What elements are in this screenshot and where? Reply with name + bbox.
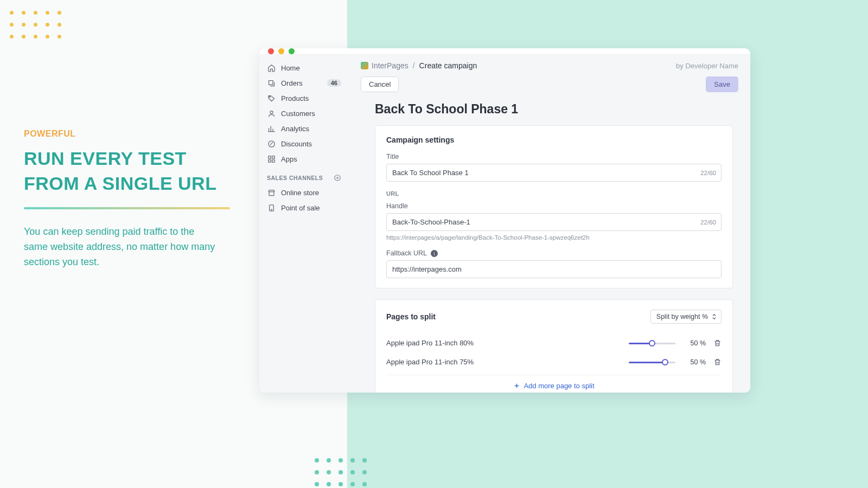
products-icon xyxy=(267,94,276,102)
customers-icon xyxy=(267,109,276,118)
minimize-icon[interactable] xyxy=(278,48,284,54)
close-icon[interactable] xyxy=(268,48,274,54)
window-chrome xyxy=(259,48,750,54)
split-page-name: Apple ipad Pro 11-inch 75% xyxy=(386,358,621,366)
apps-icon xyxy=(267,155,276,163)
chevron-updown-icon xyxy=(712,313,717,320)
pos-icon xyxy=(267,203,276,212)
sidebar-item-label: Products xyxy=(281,94,341,102)
breadcrumb-separator: / xyxy=(413,61,415,70)
sidebar: Home Orders 46 Products Customers Analyt… xyxy=(259,55,349,393)
store-icon xyxy=(267,188,276,197)
orders-badge: 46 xyxy=(327,79,341,87)
sidebar-item-label: Analytics xyxy=(281,125,341,133)
card-title: Pages to split xyxy=(386,312,436,321)
svg-rect-5 xyxy=(268,159,270,162)
split-page-name: Apple ipad Pro 11-inch 80% xyxy=(386,339,621,347)
sidebar-item-label: Apps xyxy=(281,155,341,163)
handle-label: Handle xyxy=(386,202,722,210)
svg-point-9 xyxy=(271,209,271,210)
orders-icon xyxy=(267,79,276,87)
eyebrow: POWERFUL xyxy=(24,129,230,139)
pages-to-split-card: Pages to split Split by weight % Apple i… xyxy=(375,299,733,393)
section-label: SALES CHANNELS xyxy=(267,175,323,181)
svg-rect-6 xyxy=(272,159,274,162)
weight-value: 50 % xyxy=(683,339,706,347)
body-copy: You can keep sending paid traffic to the… xyxy=(24,224,219,270)
analytics-icon xyxy=(267,124,276,133)
sidebar-item-apps[interactable]: Apps xyxy=(259,151,349,166)
sidebar-item-label: Discounts xyxy=(281,140,341,148)
svg-point-0 xyxy=(269,96,270,97)
discounts-icon xyxy=(267,139,276,148)
handle-hint: https://interpages/a/page/landing/Back-T… xyxy=(386,234,722,241)
headline-rule xyxy=(24,207,230,209)
marketing-copy: POWERFUL RUN EVERY TEST FROM A SINGLE UR… xyxy=(24,129,230,269)
decoration-dots-top xyxy=(10,11,67,44)
brand-name: InterPages xyxy=(372,61,409,70)
cancel-button[interactable]: Cancel xyxy=(361,76,399,92)
info-icon[interactable]: i xyxy=(431,250,438,257)
action-bar: Cancel Save xyxy=(349,73,750,99)
split-mode-select[interactable]: Split by weight % xyxy=(650,310,722,324)
sidebar-item-customers[interactable]: Customers xyxy=(259,106,349,121)
decoration-dots-bottom xyxy=(315,458,374,488)
page-title: Back To School Phase 1 xyxy=(375,102,733,117)
home-icon xyxy=(267,63,276,72)
weight-slider[interactable] xyxy=(629,339,675,347)
svg-point-1 xyxy=(270,111,273,113)
sidebar-item-label: Orders xyxy=(281,79,322,87)
title-counter: 22/60 xyxy=(700,170,716,176)
app-brand[interactable]: InterPages xyxy=(361,61,409,70)
sidebar-item-discounts[interactable]: Discounts xyxy=(259,136,349,151)
svg-rect-3 xyxy=(268,156,270,158)
title-input[interactable] xyxy=(386,164,722,182)
add-page-button[interactable]: Add more page to split xyxy=(513,382,594,390)
brand-logo-icon xyxy=(361,62,368,69)
delete-row-button[interactable] xyxy=(713,339,722,347)
svg-rect-4 xyxy=(272,156,274,158)
fallback-input[interactable] xyxy=(386,260,722,278)
fallback-label: Fallback URL i xyxy=(386,249,722,257)
add-page-label: Add more page to split xyxy=(524,382,594,390)
sidebar-item-label: Home xyxy=(281,64,341,72)
sidebar-item-label: Point of sale xyxy=(281,204,341,212)
campaign-settings-card: Campaign settings Title 22/60 URL Handle… xyxy=(375,125,733,288)
sidebar-item-online-store[interactable]: Online store xyxy=(259,185,349,200)
maximize-icon[interactable] xyxy=(289,48,295,54)
handle-counter: 22/60 xyxy=(700,219,716,226)
app-window: Home Orders 46 Products Customers Analyt… xyxy=(259,48,750,393)
url-section-label: URL xyxy=(386,190,722,197)
add-channel-icon[interactable] xyxy=(334,174,341,182)
breadcrumb: InterPages / Create campaign by Develope… xyxy=(349,55,750,73)
delete-row-button[interactable] xyxy=(713,358,722,366)
split-row: Apple ipad Pro 11-inch 80% 50 % xyxy=(386,333,722,352)
sidebar-section-channels: SALES CHANNELS xyxy=(259,166,349,185)
save-button[interactable]: Save xyxy=(706,76,738,92)
title-label: Title xyxy=(386,153,722,160)
sidebar-item-products[interactable]: Products xyxy=(259,91,349,106)
sidebar-item-orders[interactable]: Orders 46 xyxy=(259,75,349,91)
sidebar-item-analytics[interactable]: Analytics xyxy=(259,121,349,136)
sidebar-item-home[interactable]: Home xyxy=(259,60,349,75)
select-value: Split by weight % xyxy=(656,313,708,320)
handle-input[interactable] xyxy=(386,213,722,231)
sidebar-item-label: Customers xyxy=(281,110,341,118)
split-row: Apple ipad Pro 11-inch 75% 50 % xyxy=(386,352,722,371)
headline: RUN EVERY TEST FROM A SINGLE URL xyxy=(24,146,230,196)
breadcrumb-current: Create campaign xyxy=(419,61,477,70)
weight-value: 50 % xyxy=(683,358,706,366)
sidebar-item-pos[interactable]: Point of sale xyxy=(259,200,349,215)
sidebar-item-label: Online store xyxy=(281,189,341,197)
weight-slider[interactable] xyxy=(629,358,675,366)
byline: by Developer Name xyxy=(676,62,738,70)
card-title: Campaign settings xyxy=(386,136,722,144)
